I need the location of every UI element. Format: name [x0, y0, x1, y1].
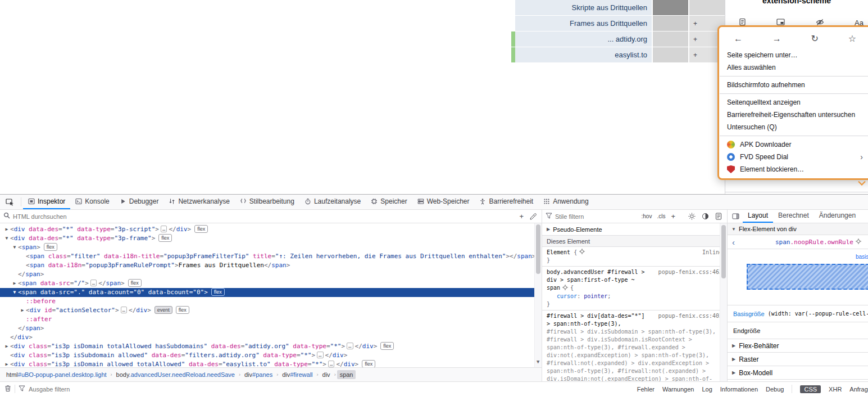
flex-item-selector[interactable]: span.noopRule.ownRule: [775, 238, 864, 246]
markup-line[interactable]: <div class="is3p isSubdomain allowed" da…: [0, 351, 542, 360]
eyedropper-icon[interactable]: [528, 213, 538, 220]
menu-item[interactable]: Bildschirmfoto aufnehmen: [719, 79, 868, 91]
selector-highlighter-icon[interactable]: [579, 249, 585, 256]
devtools-tab-memory[interactable]: Speicher: [366, 195, 412, 209]
menu-item[interactable]: Seitenquelltext anzeigen: [719, 96, 868, 109]
back-icon[interactable]: ←: [734, 34, 743, 44]
light-theme-icon[interactable]: [687, 213, 697, 220]
menu-item[interactable]: FVD Speed Dial›: [719, 151, 868, 163]
console-filter-fehler[interactable]: Fehler: [637, 386, 655, 393]
layout-section[interactable]: ▶Box-Modell: [728, 366, 868, 380]
markup-line[interactable]: ::before: [0, 297, 542, 306]
selector-highlighter-icon[interactable]: [856, 238, 861, 246]
devtools-tab-accessibility[interactable]: Barrierefreiheit: [474, 195, 538, 209]
markup-line[interactable]: ▶<div class="is3p isDomain allowed total…: [0, 360, 542, 367]
menu-item[interactable]: Seite speichern unter…: [719, 49, 868, 61]
size-label[interactable]: Basisgröße: [733, 310, 765, 317]
console-filter-warnungen[interactable]: Warnungen: [662, 386, 694, 393]
trash-icon[interactable]: [4, 385, 11, 394]
markup-line[interactable]: ▶<div class="is3p isDomain totalAllowed …: [0, 342, 542, 351]
scrollbar[interactable]: [720, 223, 727, 381]
devtools-tab-debugger[interactable]: Debugger: [115, 195, 164, 209]
devtools-tab-styleeditor[interactable]: Stilbearbeitung: [235, 195, 299, 209]
print-simulation-icon[interactable]: [714, 213, 724, 220]
menu-item[interactable]: Alles auswählen: [719, 61, 868, 74]
class-toggle[interactable]: .cls: [656, 213, 666, 219]
css-declaration[interactable]: cursor: pointer;: [547, 292, 722, 300]
add-rule-icon[interactable]: +: [669, 212, 677, 220]
menu-item[interactable]: Untersuchen (Q): [719, 121, 868, 133]
scrollbar[interactable]: ▼: [534, 223, 542, 367]
devtools-tab-application[interactable]: Anwendung: [538, 195, 593, 209]
pseudo-class-toggle[interactable]: :hov: [640, 213, 653, 219]
markup-line[interactable]: ▼<div data-des="*" data-type="3p-frame">…: [0, 234, 542, 243]
console-filter-anfragen[interactable]: Anfragen: [849, 386, 868, 393]
sidebar-tab-layout[interactable]: Layout: [743, 210, 773, 223]
chevron-left-icon[interactable]: ‹: [732, 238, 735, 246]
markup-line[interactable]: ▶<div id="actionSelector">…</div>eventfl…: [0, 306, 542, 315]
styles-filter-input[interactable]: [555, 213, 638, 220]
forward-icon[interactable]: →: [772, 34, 781, 44]
devtools-tab-performance[interactable]: Laufzeitanalyse: [299, 195, 366, 209]
breadcrumb-item[interactable]: html#uBO-popup-panel.desktop.light: [3, 370, 110, 379]
sidebar-tab-änderungen[interactable]: Änderungen: [814, 210, 861, 223]
ubo-row[interactable]: ... adtidy.org+: [511, 32, 725, 47]
scrollbar-thumb[interactable]: [536, 224, 540, 274]
console-filter-log[interactable]: Log: [702, 386, 712, 393]
rule-source-link[interactable]: Inline: [698, 249, 722, 256]
add-node-icon[interactable]: +: [517, 212, 525, 220]
ubo-rule-cell[interactable]: [653, 47, 688, 62]
ubo-row[interactable]: Skripte aus Drittquellen: [511, 0, 725, 15]
rule-source-link[interactable]: popup-fenix.css:462: [654, 268, 722, 276]
menu-item[interactable]: Barrierefreiheit-Eigenschaften untersuch…: [719, 109, 868, 121]
search-input[interactable]: [13, 213, 508, 220]
breadcrumb-item[interactable]: div#firewall: [279, 370, 315, 379]
devtools-tab-console[interactable]: Konsole: [70, 195, 114, 209]
markup-line[interactable]: </span>: [0, 270, 542, 279]
menu-item[interactable]: APK Downloader: [719, 138, 868, 151]
devtools-tab-inspector[interactable]: Inspektor: [23, 195, 70, 209]
menu-item[interactable]: Element blockieren…: [719, 163, 868, 176]
layout-section[interactable]: ▶Flex-Behälter: [728, 339, 868, 353]
flex-section-header[interactable]: ▼ Flex-Element von div: [728, 223, 868, 235]
bookmark-icon[interactable]: ☆: [848, 33, 856, 44]
selector-highlighter-icon[interactable]: [562, 285, 568, 292]
ubo-row[interactable]: easylist.to+: [511, 47, 725, 62]
breadcrumb-item[interactable]: div: [320, 370, 333, 379]
console-filter-debug[interactable]: Debug: [766, 386, 784, 393]
markup-line[interactable]: ▼<span>flex: [0, 243, 542, 252]
rule-source-link[interactable]: popup-fenix.css:403: [654, 312, 722, 320]
markup-line[interactable]: <span data-i18n="popup3pFrameRulePrompt"…: [0, 261, 542, 270]
markup-line[interactable]: <span class="filter" data-i18n-title="po…: [0, 252, 542, 261]
ubo-row[interactable]: Frames aus Drittquellen+: [511, 16, 725, 31]
ubo-rule-cell[interactable]: [689, 0, 725, 15]
pick-element-icon[interactable]: [1, 195, 19, 209]
markup-line[interactable]: </div>: [0, 333, 542, 342]
breadcrumb-item[interactable]: div#panes: [242, 370, 275, 379]
markup-line[interactable]: ::after: [0, 315, 542, 324]
scroll-down-icon[interactable]: ▼: [537, 357, 539, 366]
sidebar-tab-berechnet[interactable]: Berechnet: [773, 210, 814, 223]
scroll-down-chevron-icon[interactable]: [857, 179, 866, 187]
markup-line[interactable]: </span>: [0, 324, 542, 333]
console-filter-input[interactable]: [29, 386, 96, 393]
devtools-tab-storage[interactable]: Web-Speicher: [412, 195, 475, 209]
dark-theme-icon[interactable]: [700, 213, 711, 220]
devtools-tab-network[interactable]: Netzwerkanalyse: [163, 195, 234, 209]
breadcrumb-item[interactable]: body.advancedUser.needReload.needSave: [113, 370, 238, 379]
scrollbar-thumb[interactable]: [721, 225, 726, 278]
breadcrumb-item[interactable]: span: [337, 370, 356, 379]
console-filter-css[interactable]: CSS: [800, 385, 821, 393]
markup-line[interactable]: ▼<span data-src="." data-acount="0" data…: [0, 288, 542, 297]
pane-toggle-icon[interactable]: [730, 213, 742, 219]
console-filter-xhr[interactable]: XHR: [829, 386, 842, 393]
markup-line[interactable]: ▶<span data-src="/">…</span>flex: [0, 279, 542, 288]
ubo-rule-cell[interactable]: [653, 32, 688, 47]
layout-section[interactable]: ▶Raster: [728, 353, 868, 366]
ubo-rule-cell[interactable]: [653, 0, 688, 15]
markup-line[interactable]: ▶<div data-des="*" data-type="3p-script"…: [0, 225, 542, 234]
reload-icon[interactable]: ↻: [811, 33, 819, 44]
ubo-rule-cell[interactable]: [653, 16, 688, 31]
pseudo-elements-section[interactable]: ▶ Pseudo-Elemente: [542, 223, 727, 236]
console-filter-informationen[interactable]: Informationen: [720, 386, 758, 393]
